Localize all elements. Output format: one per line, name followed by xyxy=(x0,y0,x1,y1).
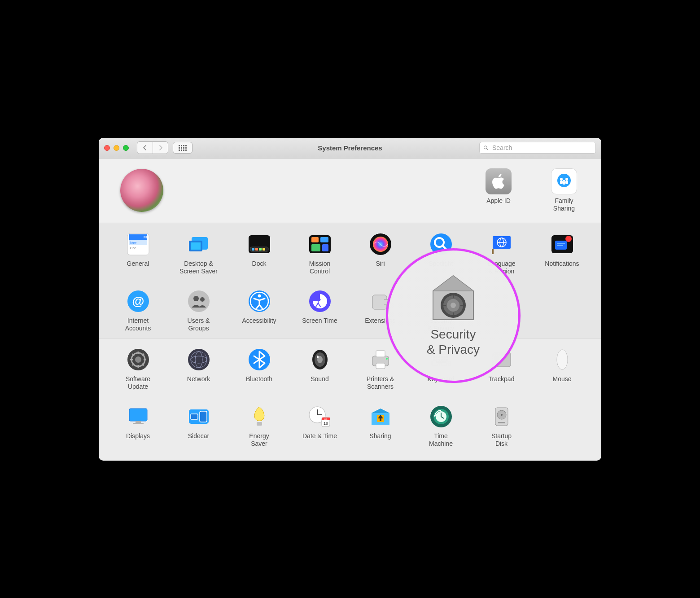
search-input[interactable] xyxy=(491,144,592,152)
pref-energy-saver[interactable]: Energy Saver xyxy=(229,404,289,448)
pref-extensions[interactable]: Extensions xyxy=(350,288,411,333)
svg-point-5 xyxy=(565,178,568,180)
svg-rect-24 xyxy=(262,248,265,251)
pref-trackpad[interactable]: Trackpad xyxy=(471,347,532,391)
language-region-icon xyxy=(489,231,515,257)
pref-bluetooth[interactable]: Bluetooth xyxy=(229,347,289,391)
printers-scanners-icon xyxy=(368,347,394,373)
pref-startup-disk[interactable]: Startup Disk xyxy=(471,404,532,448)
pref-security-privacy[interactable]: Security & Privacy xyxy=(411,288,471,333)
svg-rect-92 xyxy=(133,423,144,424)
pref-sharing-label: Sharing xyxy=(369,432,391,440)
svg-rect-21 xyxy=(252,248,254,251)
svg-rect-95 xyxy=(191,414,198,419)
pref-family-sharing-label: Family Sharing xyxy=(553,197,575,213)
search-icon xyxy=(483,145,489,151)
svg-rect-91 xyxy=(136,421,141,423)
trackpad-icon xyxy=(489,347,515,373)
pref-sharing[interactable]: Sharing xyxy=(350,404,411,448)
pref-security-privacy-label: Security & Privacy xyxy=(428,317,454,333)
pref-desktop[interactable]: Desktop & Screen Saver xyxy=(168,231,229,276)
pref-mouse[interactable]: Mouse xyxy=(532,347,592,391)
maximize-button[interactable] xyxy=(123,145,129,151)
pref-sidecar[interactable]: Sidecar xyxy=(168,404,229,448)
svg-point-57 xyxy=(439,302,443,306)
bluetooth-icon xyxy=(246,347,272,373)
pref-accessibility[interactable]: Accessibility xyxy=(229,288,289,333)
svg-rect-87 xyxy=(436,361,446,363)
svg-point-60 xyxy=(135,356,141,363)
pref-spotlight[interactable]: Spotlight xyxy=(411,231,471,276)
svg-text:File: File xyxy=(144,236,149,239)
svg-point-7 xyxy=(563,180,565,182)
accessibility-icon xyxy=(246,288,272,314)
pref-date-time[interactable]: JUL18 Date & Time xyxy=(289,404,350,448)
pref-printers-scanners-label: Printers & Scanners xyxy=(367,375,394,391)
search-field[interactable] xyxy=(479,142,596,154)
siri-icon xyxy=(368,231,394,257)
svg-point-61 xyxy=(188,349,210,370)
svg-rect-4 xyxy=(560,180,563,184)
svg-rect-88 xyxy=(493,352,511,367)
network-icon xyxy=(186,347,212,373)
internet-accounts-icon: @ xyxy=(125,288,151,314)
pref-language-region-label: Language & Region xyxy=(487,260,515,276)
pref-trackpad-label: Trackpad xyxy=(489,375,515,383)
titlebar: System Preferences xyxy=(99,138,601,158)
pref-apple-id[interactable]: Apple ID xyxy=(474,168,523,213)
pref-displays[interactable]: Displays xyxy=(108,404,168,448)
pref-internet-accounts[interactable]: @ Internet Accounts xyxy=(108,288,168,333)
pref-siri[interactable]: Siri xyxy=(350,231,411,276)
pref-accessibility-label: Accessibility xyxy=(242,317,276,325)
svg-rect-77 xyxy=(438,356,440,358)
pref-date-time-label: Date & Time xyxy=(302,432,337,440)
section-hardware: Software Update Network Bluetooth Sound xyxy=(99,339,601,461)
pref-time-machine[interactable]: Time Machine xyxy=(411,404,471,448)
pref-displays-label: Displays xyxy=(126,432,150,440)
pref-keyboard-label: Keyboard xyxy=(428,375,455,383)
svg-point-44 xyxy=(565,236,572,242)
svg-rect-27 xyxy=(320,237,328,242)
pref-family-sharing[interactable]: Family Sharing xyxy=(539,168,589,213)
dock-icon xyxy=(246,231,272,257)
account-row: Apple ID Family Sharing xyxy=(99,158,601,223)
svg-rect-6 xyxy=(565,180,568,184)
pref-network[interactable]: Network xyxy=(168,347,229,391)
svg-text:Ope: Ope xyxy=(130,246,136,250)
pref-users-groups[interactable]: Users & Groups xyxy=(168,288,229,333)
forward-button[interactable] xyxy=(153,142,168,154)
pref-keyboard[interactable]: Keyboard xyxy=(411,347,471,391)
svg-rect-72 xyxy=(376,363,385,369)
pref-notifications[interactable]: Notifications xyxy=(532,231,592,276)
users-groups-icon xyxy=(186,288,212,314)
pref-software-update[interactable]: Software Update xyxy=(108,347,168,391)
pref-language-region[interactable]: Language & Region xyxy=(471,231,532,276)
grid-icon xyxy=(179,145,187,151)
displays-icon xyxy=(125,404,151,430)
pref-sound[interactable]: Sound xyxy=(289,347,350,391)
minimize-button[interactable] xyxy=(114,145,119,151)
pref-mission-control[interactable]: Mission Control xyxy=(289,231,350,276)
general-icon: FileNewOpe xyxy=(125,231,151,257)
family-sharing-icon xyxy=(551,168,577,194)
svg-rect-43 xyxy=(557,245,563,246)
pref-general[interactable]: FileNewOpe General xyxy=(108,231,168,276)
pref-mission-control-label: Mission Control xyxy=(309,260,330,276)
pref-dock[interactable]: Dock xyxy=(229,231,289,276)
software-update-icon xyxy=(125,347,151,373)
svg-rect-85 xyxy=(444,359,446,361)
close-button[interactable] xyxy=(104,145,110,151)
pref-mouse-label: Mouse xyxy=(552,375,571,383)
svg-text:18: 18 xyxy=(323,421,328,426)
user-avatar[interactable] xyxy=(120,169,163,212)
energy-saver-icon xyxy=(246,404,272,430)
svg-rect-23 xyxy=(259,248,262,251)
svg-point-47 xyxy=(188,290,210,312)
pref-time-machine-label: Time Machine xyxy=(429,432,453,448)
pref-screen-time[interactable]: Screen Time xyxy=(289,288,350,333)
svg-point-112 xyxy=(501,414,503,416)
show-all-button[interactable] xyxy=(173,142,192,154)
back-button[interactable] xyxy=(137,142,153,154)
sound-icon xyxy=(307,347,333,373)
pref-printers-scanners[interactable]: Printers & Scanners xyxy=(350,347,411,391)
